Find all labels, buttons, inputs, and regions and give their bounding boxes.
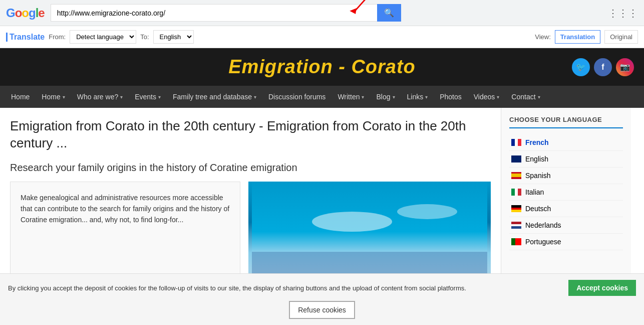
translate-label: Translate	[6, 33, 45, 42]
content-cards: Make genealogical and administrative res…	[10, 182, 491, 283]
svg-point-4	[312, 212, 392, 232]
intro-text-card: Make genealogical and administrative res…	[10, 182, 240, 283]
google-bar: Google 🔍 ⋮⋮⋮	[0, 0, 644, 26]
red-arrow-icon	[346, 0, 376, 14]
grid-icon[interactable]: ⋮⋮⋮	[608, 7, 638, 19]
nav-item-events[interactable]: Events ▾	[129, 86, 167, 108]
flag-nl	[511, 222, 521, 229]
flag-gb	[511, 155, 521, 162]
nav-item-who[interactable]: Who are we? ▾	[71, 86, 129, 108]
nav-item-links[interactable]: Links ▾	[401, 86, 434, 108]
from-language-select[interactable]: Detect language	[70, 30, 136, 44]
nav-bar: Home Home ▾ Who are we? ▾ Events ▾ Famil…	[0, 86, 644, 108]
lang-item-pt[interactable]: Portuguese	[509, 234, 623, 250]
nav-item-discussion[interactable]: Discussion forums	[262, 86, 332, 108]
twitter-icon[interactable]: 🐦	[572, 58, 590, 76]
social-icons: 🐦 f 📷	[572, 58, 634, 76]
flag-it	[511, 189, 521, 196]
nav-item-family-tree[interactable]: Family tree and database ▾	[167, 86, 262, 108]
lang-label-nl: Nederlands	[525, 221, 561, 229]
lang-item-en[interactable]: English	[509, 151, 623, 168]
lang-label-pt: Portuguese	[525, 238, 561, 246]
main-content: Emigration from Corato in the 20th centu…	[0, 108, 644, 283]
url-input[interactable]	[51, 4, 377, 22]
translate-bar: Translate From: Detect language To: Engl…	[0, 26, 644, 48]
lang-item-es[interactable]: Spanish	[509, 168, 623, 184]
view-label: View:	[535, 33, 551, 41]
hero-image	[248, 182, 491, 283]
sidebar-title: CHOOSE YOUR LANGUAGE	[509, 116, 623, 128]
lang-label-en: English	[525, 155, 548, 163]
facebook-icon[interactable]: f	[594, 58, 612, 76]
lang-item-de[interactable]: Deutsch	[509, 201, 623, 217]
nav-item-written[interactable]: Written ▾	[332, 86, 370, 108]
nav-item-home2[interactable]: Home ▾	[36, 86, 71, 108]
flag-es	[511, 172, 521, 179]
nav-item-photos[interactable]: Photos	[434, 86, 468, 108]
sidebar: CHOOSE YOUR LANGUAGE French English Span…	[501, 108, 631, 283]
to-language-select[interactable]: English	[153, 30, 194, 44]
flag-de	[511, 205, 521, 212]
sky-image	[248, 182, 491, 282]
site-header: Emigration - Corato 🐦 f 📷	[0, 48, 644, 86]
view-original-button[interactable]: Original	[604, 30, 638, 44]
svg-line-0	[354, 0, 372, 12]
svg-marker-1	[350, 8, 357, 14]
content-area: Emigration from Corato in the 20th centu…	[0, 108, 501, 283]
lang-item-fr[interactable]: French	[509, 134, 623, 151]
nav-item-blog[interactable]: Blog ▾	[370, 86, 401, 108]
site-title: Emigration - Corato	[228, 56, 416, 78]
lang-link-fr[interactable]: French	[525, 138, 549, 146]
svg-point-5	[397, 204, 457, 219]
page-title: Emigration from Corato in the 20th centu…	[10, 118, 491, 152]
page-subtitle: Research your family origins in the hist…	[10, 162, 491, 174]
search-bar-wrap: 🔍	[51, 4, 401, 22]
cookie-banner: By clicking you accept the deposit of co…	[0, 273, 644, 283]
google-logo: Google	[6, 6, 45, 20]
nav-item-home[interactable]: Home	[5, 86, 36, 108]
lang-item-nl[interactable]: Nederlands	[509, 217, 623, 234]
instagram-icon[interactable]: 📷	[616, 58, 634, 76]
lang-label-it: Italian	[525, 188, 544, 196]
nav-item-contact[interactable]: Contact ▾	[505, 86, 546, 108]
accept-cookies-button[interactable]: Accept cookies	[568, 280, 636, 283]
lang-label-de: Deutsch	[525, 205, 551, 213]
from-label: From:	[49, 33, 66, 41]
flag-pt	[511, 238, 521, 245]
view-translation-button[interactable]: Translation	[555, 30, 600, 44]
flag-fr	[511, 139, 521, 146]
lang-label-es: Spanish	[525, 172, 551, 180]
search-button[interactable]: 🔍	[377, 4, 401, 22]
to-label: To:	[140, 33, 149, 41]
nav-item-videos[interactable]: Videos ▾	[468, 86, 506, 108]
lang-item-it[interactable]: Italian	[509, 184, 623, 201]
